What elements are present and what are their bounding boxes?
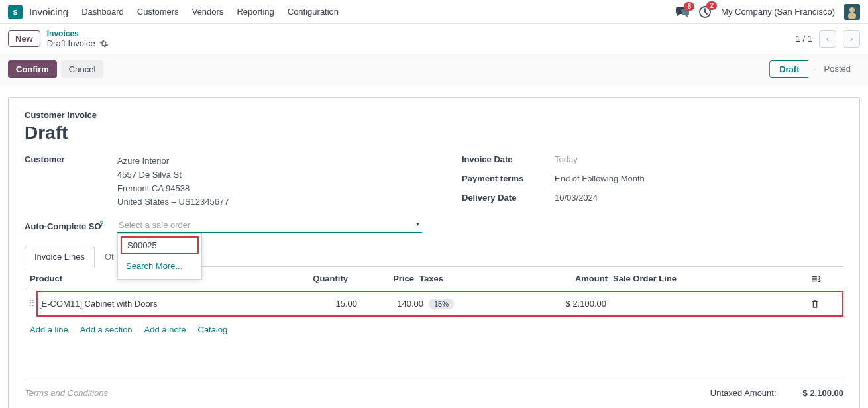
cell-quantity[interactable]: 15.00 (291, 299, 357, 309)
action-bar: Confirm Cancel Draft Posted (0, 54, 868, 85)
dropdown-option-s00025[interactable]: S00025 (121, 236, 199, 254)
addr-line-1: 4557 De Silva St (117, 168, 229, 182)
catalog[interactable]: Catalog (198, 325, 228, 334)
col-amount[interactable]: Amount (454, 274, 613, 283)
chat-badge: 8 (684, 2, 694, 11)
breadcrumb-current: Draft Invoice (47, 38, 109, 48)
menu-dashboard[interactable]: Dashboard (81, 7, 124, 17)
add-line[interactable]: Add a line (30, 325, 68, 334)
menu-reporting[interactable]: Reporting (237, 7, 274, 17)
addr-line-2: Fremont CA 94538 (117, 182, 229, 196)
menu-vendors[interactable]: Vendors (192, 7, 224, 17)
topbar: s Invoicing Dashboard Customers Vendors … (0, 0, 868, 24)
app-logo[interactable]: s (8, 5, 23, 19)
card-title: Customer Invoice (25, 110, 843, 120)
card-heading: Draft (25, 123, 843, 144)
add-note[interactable]: Add a note (144, 325, 186, 334)
pager-prev[interactable]: ‹ (819, 30, 836, 48)
terms-placeholder[interactable]: Terms and Conditions (25, 388, 108, 398)
menu-customers[interactable]: Customers (137, 7, 179, 17)
payment-terms-value[interactable]: End of Following Month (555, 174, 645, 183)
avatar[interactable] (844, 4, 860, 20)
chevron-down-icon[interactable]: ▾ (416, 220, 419, 227)
breadcrumb-link[interactable]: Invoices (47, 29, 109, 38)
help-icon[interactable]: ? (100, 220, 104, 227)
drag-handle-icon[interactable]: ⠿ (28, 299, 35, 309)
status-tabs: Draft Posted (769, 60, 860, 78)
delivery-date-label: Delivery Date (462, 193, 555, 203)
dropdown-search-more[interactable]: Search More... (118, 257, 201, 275)
pager-text: 1 / 1 (796, 34, 812, 44)
svg-point-2 (849, 7, 855, 13)
cell-taxes[interactable]: 15% (423, 299, 463, 309)
delete-row-icon[interactable] (810, 299, 837, 309)
activity-badge: 2 (706, 1, 717, 10)
col-taxes[interactable]: Taxes (414, 274, 454, 283)
cell-amount[interactable]: $ 2,100.00 (463, 299, 612, 309)
table-row[interactable]: ⠿ [E-COM11] Cabinet with Doors 15.00 140… (36, 291, 843, 317)
invoice-date-label: Invoice Date (462, 154, 555, 164)
breadcrumb-bar: New Invoices Draft Invoice 1 / 1 ‹ › (0, 24, 868, 54)
cancel-button[interactable]: Cancel (61, 60, 103, 78)
app-name[interactable]: Invoicing (29, 6, 68, 17)
company-selector[interactable]: My Company (San Francisco) (721, 7, 835, 17)
menu-configuration[interactable]: Configuration (288, 7, 339, 17)
line-actions: Add a line Add a section Add a note Cata… (25, 317, 843, 342)
activity-icon[interactable]: 2 (698, 5, 712, 19)
untaxed-value: $ 2,100.00 (803, 388, 843, 398)
add-section[interactable]: Add a section (80, 325, 133, 334)
card-footer: Terms and Conditions Untaxed Amount: $ 2… (25, 380, 843, 406)
status-draft[interactable]: Draft (769, 60, 814, 78)
tab-invoice-lines[interactable]: Invoice Lines (25, 246, 95, 267)
payment-terms-label: Payment terms (462, 174, 555, 183)
col-quantity[interactable]: Quantity (282, 274, 348, 283)
chat-icon[interactable]: 8 (676, 6, 689, 18)
confirm-button[interactable]: Confirm (8, 60, 57, 78)
customer-name[interactable]: Azure Interior (117, 154, 229, 168)
pager-next[interactable]: › (843, 30, 860, 48)
delivery-date-value[interactable]: 10/03/2024 (555, 193, 598, 203)
col-price[interactable]: Price (348, 274, 414, 283)
optional-columns-icon[interactable] (812, 274, 838, 283)
auto-complete-dropdown: S00025 Search More... (117, 233, 202, 280)
new-button[interactable]: New (8, 30, 40, 47)
addr-line-3: United States – US12345677 (117, 195, 229, 209)
auto-complete-input[interactable] (117, 217, 422, 233)
invoice-card: Customer Invoice Draft Customer Azure In… (8, 97, 860, 408)
svg-rect-3 (848, 13, 856, 19)
cell-price[interactable]: 140.00 (357, 299, 423, 309)
customer-label: Customer (25, 154, 117, 164)
invoice-date-value[interactable]: Today (555, 154, 578, 164)
cell-product[interactable]: [E-COM11] Cabinet with Doors (39, 299, 291, 309)
col-sale-order-line[interactable]: Sale Order Line (613, 274, 812, 283)
gear-icon[interactable] (99, 39, 109, 48)
untaxed-label: Untaxed Amount: (710, 388, 777, 398)
status-posted[interactable]: Posted (815, 60, 860, 78)
auto-complete-label: Auto-Complete SO? (25, 220, 117, 231)
tax-badge[interactable]: 15% (429, 299, 454, 309)
